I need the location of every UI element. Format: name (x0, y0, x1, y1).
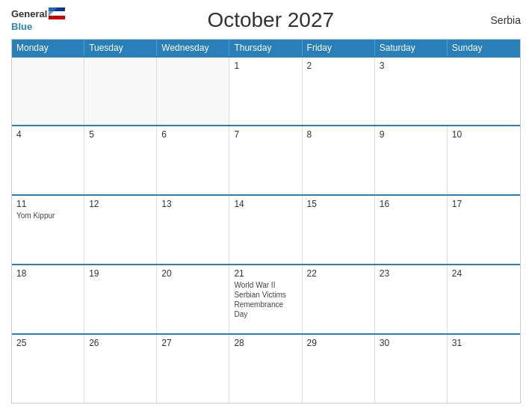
day-number: 31 (452, 338, 516, 348)
day-number: 10 (452, 129, 516, 140)
logo-text-wrapper: General Blue (11, 7, 65, 33)
month-title: October 2027 (65, 8, 476, 32)
header-friday: Friday (303, 40, 375, 56)
day-number: 3 (380, 61, 443, 71)
day-cell-24: 24 (448, 265, 520, 333)
header-sunday: Sunday (448, 40, 520, 56)
day-cell-18: 18 (12, 265, 84, 333)
day-cell-10: 10 (448, 126, 520, 194)
day-number: 20 (161, 268, 224, 279)
day-cell-31: 31 (448, 335, 520, 403)
day-number: 17 (452, 199, 516, 209)
day-number: 5 (89, 129, 152, 140)
country-label: Serbia (476, 14, 521, 26)
day-cell-15: 15 (303, 196, 375, 264)
day-cell-4: 4 (12, 126, 84, 194)
day-cell-7: 7 (229, 126, 302, 194)
day-number: 21 (234, 268, 297, 279)
day-cell-empty (157, 58, 229, 126)
day-cell-27: 27 (157, 335, 229, 403)
header-tuesday: Tuesday (84, 40, 157, 56)
day-cell-empty (84, 58, 157, 126)
day-cell-19: 19 (84, 265, 157, 333)
day-number: 15 (307, 199, 370, 209)
event-yom-kippur: Yom Kippur (16, 211, 55, 220)
logo-blue: Blue (11, 21, 32, 32)
day-cell-empty (12, 58, 84, 126)
day-number: 12 (89, 199, 152, 209)
day-cell-1: 1 (229, 58, 302, 126)
day-number: 28 (234, 338, 297, 348)
day-number: 9 (380, 129, 442, 140)
week-row-2: 4 5 6 7 8 9 10 (12, 125, 520, 194)
day-number: 11 (16, 199, 79, 209)
day-cell-30: 30 (375, 335, 448, 403)
day-number: 24 (452, 268, 516, 279)
logo-flag-icon (49, 7, 65, 19)
day-cell-11: 11 Yom Kippur (12, 196, 84, 264)
day-headers-row: Monday Tuesday Wednesday Thursday Friday… (12, 40, 520, 56)
day-number: 7 (234, 129, 297, 140)
day-cell-6: 6 (157, 126, 229, 194)
day-cell-20: 20 (157, 265, 229, 333)
day-cell-22: 22 (303, 265, 375, 333)
day-cell-28: 28 (229, 335, 302, 403)
day-number: 8 (307, 129, 370, 140)
day-cell-8: 8 (303, 126, 375, 194)
logo-blue-line: Blue (11, 19, 65, 33)
day-number: 30 (380, 338, 442, 348)
calendar-header: General Blue October 2027 Serbia (11, 7, 521, 33)
calendar-grid: Monday Tuesday Wednesday Thursday Friday… (11, 39, 521, 404)
day-cell-17: 17 (448, 196, 520, 264)
week-row-1: 1 2 3 (12, 56, 520, 126)
header-saturday: Saturday (375, 40, 448, 56)
day-cell-29: 29 (303, 335, 375, 403)
day-cell-14: 14 (229, 196, 302, 264)
day-number: 26 (89, 338, 152, 348)
day-cell-13: 13 (157, 196, 229, 264)
day-number: 19 (89, 268, 152, 279)
day-cell-16: 16 (375, 196, 448, 264)
header-thursday: Thursday (229, 40, 302, 56)
day-number: 25 (16, 338, 79, 348)
logo-line1: General (11, 7, 65, 19)
day-number: 14 (234, 199, 297, 209)
day-cell-21: 21 World War II Serbian Victims Remembra… (229, 265, 302, 333)
day-number: 18 (16, 268, 79, 279)
day-cell-9: 9 (375, 126, 448, 194)
week-row-5: 25 26 27 28 29 30 31 (12, 333, 520, 403)
week-row-4: 18 19 20 21 World War II Serbian Victims… (12, 264, 520, 333)
day-cell-3: 3 (375, 58, 448, 126)
weeks-container: 1 2 3 4 5 6 (12, 56, 520, 403)
day-number: 6 (161, 129, 224, 140)
day-number: 22 (307, 268, 370, 279)
header-monday: Monday (12, 40, 84, 56)
day-number: 29 (307, 338, 370, 348)
day-number: 2 (307, 61, 370, 71)
header-wednesday: Wednesday (157, 40, 229, 56)
day-number: 13 (161, 199, 224, 209)
day-number: 23 (380, 268, 442, 279)
day-cell-5: 5 (84, 126, 157, 194)
day-number: 27 (161, 338, 224, 348)
day-number: 1 (234, 61, 297, 71)
logo-general: General (11, 9, 47, 19)
logo: General Blue (11, 7, 65, 33)
week-row-3: 11 Yom Kippur 12 13 14 15 16 (12, 194, 520, 264)
day-number: 4 (16, 129, 79, 140)
event-wwii: World War II Serbian Victims Remembrance… (234, 281, 285, 318)
day-cell-2: 2 (303, 58, 375, 126)
day-cell-26: 26 (84, 335, 157, 403)
day-cell-25: 25 (12, 335, 84, 403)
day-cell-23: 23 (375, 265, 448, 333)
calendar-page: General Blue October 2027 Serbia (0, 0, 532, 411)
day-cell-12: 12 (84, 196, 157, 264)
day-number: 16 (380, 199, 442, 209)
